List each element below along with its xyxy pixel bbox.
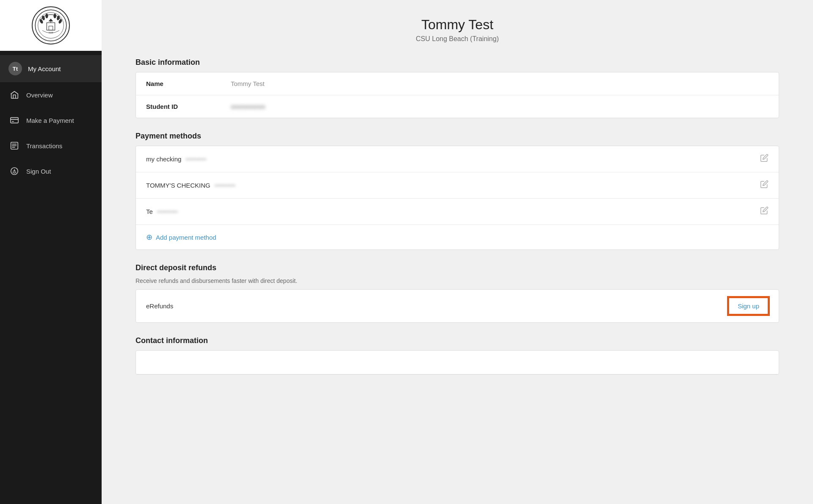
plus-circle-icon: ⊕ [146,233,152,242]
transactions-icon [8,140,20,152]
direct-deposit-card: eRefunds Sign up [136,289,779,323]
direct-deposit-section-title: Direct deposit refunds [136,263,779,272]
svg-point-7 [53,14,56,18]
erefunds-row: eRefunds Sign up [136,290,779,322]
sidebar-item-label: Make a Payment [26,117,74,124]
sidebar-navigation: Tt My Account Overview M [0,51,102,184]
edit-payment-2-icon[interactable] [760,206,769,217]
sidebar-item-label: Transactions [26,142,62,150]
svg-marker-11 [48,19,53,21]
home-icon [8,89,20,101]
page-subtitle: CSU Long Beach (Training) [136,35,779,43]
svg-rect-8 [47,23,55,30]
svg-text:1949: 1949 [48,31,53,34]
name-value: Tommy Test [231,80,265,87]
user-avatar: Tt [8,62,22,75]
sidebar-item-overview[interactable]: Overview [0,82,102,108]
signup-button[interactable]: Sign up [728,297,769,315]
payment-row-2: Te •••••••••• [136,199,779,225]
add-payment-row[interactable]: ⊕ Add payment method [136,225,779,249]
main-content: Tommy Test CSU Long Beach (Training) Bas… [102,0,813,504]
payment-methods-section-title: Payment methods [136,132,779,141]
sidebar: 1949 Tt My Account Overview [0,0,102,504]
basic-info-section-title: Basic information [136,58,779,67]
svg-point-22 [12,147,13,148]
payment-account-1: •••••••••• [215,182,235,189]
payment-name-1: TOMMY'S CHECKING •••••••••• [146,182,235,189]
erefunds-label: eRefunds [146,302,173,310]
edit-payment-1-icon[interactable] [760,180,769,191]
payment-methods-card: my checking •••••••••• TOMMY'S CHECKING … [136,146,779,250]
payment-row-0: my checking •••••••••• [136,146,779,172]
sign-out-icon [8,165,20,177]
svg-rect-9 [49,26,53,30]
student-id-value: ●●●●●●●●● [231,103,265,110]
page-title: Tommy Test [136,17,779,33]
direct-deposit-description: Receive refunds and disbursements faster… [136,277,779,284]
student-id-label: Student ID [146,103,231,110]
sidebar-item-transactions[interactable]: Transactions [0,133,102,158]
svg-point-4 [45,14,48,18]
payment-icon [8,114,20,126]
payment-row-1: TOMMY'S CHECKING •••••••••• [136,172,779,199]
payment-account-0: •••••••••• [185,156,206,163]
contact-info-row [136,351,779,374]
basic-info-card: Name Tommy Test Student ID ●●●●●●●●● [136,72,779,118]
sidebar-item-my-account[interactable]: Tt My Account [0,55,102,82]
contact-info-section-title: Contact information [136,336,779,345]
payment-name-2: Te •••••••••• [146,208,178,215]
payment-name-0: my checking •••••••••• [146,155,206,163]
payment-account-2: •••••••••• [157,208,178,215]
contact-info-card [136,350,779,375]
edit-payment-0-icon[interactable] [760,154,769,164]
sidebar-item-label: Sign Out [26,168,51,175]
sidebar-item-label: Overview [26,91,53,99]
name-row: Name Tommy Test [136,72,779,95]
svg-point-20 [12,144,13,144]
svg-point-1 [38,13,64,39]
svg-rect-13 [11,118,18,123]
name-label: Name [146,80,231,87]
svg-point-21 [12,145,13,146]
student-id-row: Student ID ●●●●●●●●● [136,95,779,118]
sidebar-item-make-payment[interactable]: Make a Payment [0,108,102,133]
sidebar-item-label: My Account [28,65,61,72]
sidebar-logo: 1949 [0,0,102,51]
add-payment-link[interactable]: ⊕ Add payment method [146,233,216,242]
sidebar-item-sign-out[interactable]: Sign Out [0,158,102,184]
university-logo: 1949 [32,6,70,44]
